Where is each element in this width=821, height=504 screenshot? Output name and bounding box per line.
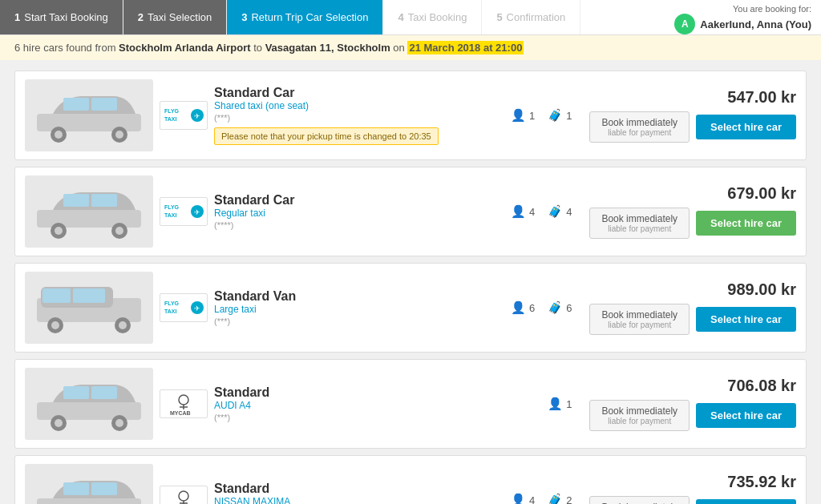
booking-user: A Aakerlund, Anna (You) (674, 14, 811, 34)
step-num-4: 4 (398, 11, 403, 23)
book-label-3: Book immediately (601, 309, 677, 321)
card-left-4: MYCAB Standard AUDI A4 (***) (25, 368, 532, 440)
step-label-5: Confirmation (507, 11, 566, 23)
book-immediately-button-2[interactable]: Book immediately liable for payment (589, 208, 690, 239)
svg-text:TAXI: TAXI (164, 212, 176, 218)
summary-at: at (483, 42, 495, 54)
passenger-count-4: 1 (566, 398, 572, 410)
select-hire-car-button-5[interactable]: Select hire car (696, 499, 796, 504)
person-icon: 👤 (511, 204, 526, 219)
car-name-2: Standard Car (214, 193, 495, 208)
svg-rect-17 (63, 194, 89, 207)
svg-rect-54 (63, 482, 89, 495)
svg-rect-49 (37, 498, 141, 504)
select-hire-car-button-4[interactable]: Select hire car (696, 403, 796, 428)
car-name-4: Standard (214, 385, 532, 400)
book-immediately-button-5[interactable]: Book immediately liable for payment (589, 496, 690, 504)
avatar: A (674, 14, 695, 34)
book-label-4: Book immediately (601, 405, 677, 417)
step-num-3: 3 (241, 11, 247, 23)
step-num-1: 1 (14, 11, 20, 23)
select-hire-car-button-2[interactable]: Select hire car (696, 211, 796, 236)
step-label-2: Taxi Selection (148, 11, 212, 23)
nav-step-3[interactable]: 3 Return Trip Car Selection (227, 0, 383, 34)
nav-step-2[interactable]: 2 Taxi Selection (123, 0, 227, 34)
car-specs-2: 👤 4 🧳 4 (503, 204, 580, 219)
car-image-3 (25, 272, 153, 344)
card-right-1: 👤 1 🧳 1 547.00 kr Book immediately liabl… (503, 88, 796, 143)
svg-point-14 (55, 227, 63, 235)
car-specs-3: 👤 6 🧳 6 (503, 300, 580, 315)
svg-text:✈: ✈ (194, 304, 200, 312)
svg-rect-5 (63, 98, 89, 111)
card-inner-2: FLYG TAXI ✈ Standard Car Regular taxi (*… (25, 175, 796, 248)
car-type-2: Regular taxi (214, 208, 495, 219)
nav-step-5[interactable]: 5 Confirmation (482, 0, 580, 34)
card-right-4: 👤 1 706.08 kr Book immediately liable fo… (540, 377, 796, 431)
car-specs-5: 👤 4 🧳 2 (503, 493, 580, 504)
svg-text:MYCAB: MYCAB (170, 410, 191, 416)
luggage-icon: 🧳 (548, 300, 563, 315)
car-price-actions-5: 735.92 kr Book immediately liable for pa… (589, 473, 796, 504)
card-inner-5: MYCAB Standard NISSAN MAXIMA (***) 👤 4 🧳… (25, 464, 796, 504)
select-hire-car-button-3[interactable]: Select hire car (696, 307, 796, 332)
luggage-spec-1: 🧳 1 (548, 108, 572, 123)
book-immediately-button-4[interactable]: Book immediately liable for payment (589, 400, 690, 431)
passenger-count-2: 4 (529, 206, 535, 218)
book-immediately-button-3[interactable]: Book immediately liable for payment (589, 304, 690, 335)
car-rating-3: (***) (214, 317, 495, 326)
svg-rect-55 (91, 482, 117, 495)
luggage-count-2: 4 (566, 206, 572, 218)
svg-rect-42 (63, 386, 89, 399)
passengers-spec-5: 👤 4 (511, 493, 535, 504)
car-logo-5: MYCAB (160, 486, 208, 504)
summary-bar: 6 hire cars found from Stockholm Arlanda… (0, 35, 821, 61)
person-icon: 👤 (511, 300, 526, 315)
booking-for-label: You are booking for: (674, 4, 811, 14)
person-icon: 👤 (511, 493, 526, 504)
book-sublabel-2: liable for payment (601, 224, 677, 233)
svg-point-16 (115, 227, 123, 235)
car-logo-2: FLYG TAXI ✈ (160, 197, 208, 226)
passenger-count-5: 4 (529, 494, 535, 505)
car-logo-3: FLYG TAXI ✈ (160, 293, 208, 322)
book-sublabel-3: liable for payment (601, 321, 677, 329)
car-logo-1: FLYG TAXI ✈ (160, 101, 208, 130)
svg-text:✈: ✈ (194, 112, 200, 120)
book-immediately-button-1[interactable]: Book immediately liable for payment (589, 111, 690, 143)
car-image-1 (25, 79, 153, 151)
car-warning-1: Please note that your pickup time is cha… (214, 127, 439, 145)
car-image-2 (25, 175, 153, 248)
car-rating-1: (***) (214, 113, 495, 123)
step-num-2: 2 (138, 11, 144, 23)
svg-rect-12 (37, 210, 141, 228)
svg-point-39 (55, 419, 63, 427)
card-left-5: MYCAB Standard NISSAN MAXIMA (***) (25, 464, 495, 504)
svg-point-27 (51, 321, 59, 329)
car-list: FLYG TAXI ✈ Standard Car Shared taxi (on… (0, 61, 821, 504)
card-left-3: FLYG TAXI ✈ Standard Van Large taxi (***… (25, 272, 495, 344)
nav-step-1[interactable]: 1 Start Taxi Booking (0, 0, 123, 34)
select-label-4: Select hire car (710, 409, 782, 421)
car-price-actions-4: 706.08 kr Book immediately liable for pa… (589, 377, 796, 431)
luggage-spec-5: 🧳 2 (548, 493, 572, 504)
summary-time: 21:00 (495, 42, 522, 54)
select-hire-car-button-1[interactable]: Select hire car (696, 115, 796, 139)
car-price-5: 735.92 kr (716, 473, 796, 491)
luggage-count-3: 6 (566, 302, 572, 314)
svg-rect-30 (42, 288, 71, 303)
book-sublabel-4: liable for payment (601, 417, 677, 425)
car-image-5 (25, 464, 153, 504)
car-info-5: Standard NISSAN MAXIMA (***) (214, 482, 495, 504)
select-label-3: Select hire car (710, 313, 782, 325)
summary-to-label: to (253, 42, 265, 54)
car-card-5: MYCAB Standard NISSAN MAXIMA (***) 👤 4 🧳… (14, 455, 807, 504)
car-info-4: Standard AUDI A4 (***) (214, 385, 532, 422)
car-type-3: Large taxi (214, 304, 495, 315)
book-label-1: Book immediately (601, 117, 677, 128)
svg-text:TAXI: TAXI (164, 116, 176, 122)
summary-count-label: hire cars found from (23, 42, 119, 54)
car-name-3: Standard Van (214, 289, 495, 304)
nav-step-4[interactable]: 4 Taxi Booking (383, 0, 482, 34)
card-inner-4: MYCAB Standard AUDI A4 (***) 👤 1 706.08 … (25, 368, 796, 440)
